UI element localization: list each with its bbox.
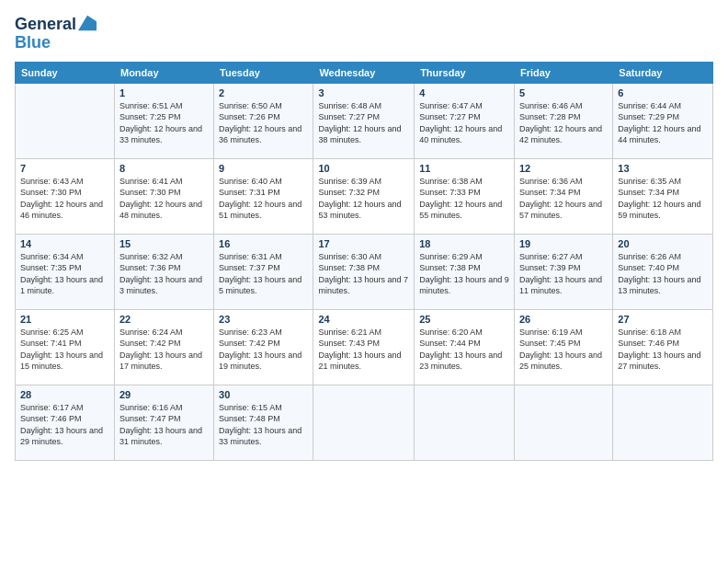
day-detail: Sunrise: 6:47 AMSunset: 7:27 PMDaylight:… bbox=[419, 100, 509, 146]
week-row-4: 21Sunrise: 6:25 AMSunset: 7:41 PMDayligh… bbox=[16, 309, 713, 385]
day-detail: Sunrise: 6:26 AMSunset: 7:40 PMDaylight:… bbox=[618, 251, 708, 297]
day-detail: Sunrise: 6:34 AMSunset: 7:35 PMDaylight:… bbox=[20, 251, 109, 297]
calendar-cell: 13Sunrise: 6:35 AMSunset: 7:34 PMDayligh… bbox=[613, 158, 713, 234]
day-number: 5 bbox=[519, 87, 608, 98]
calendar-cell: 22Sunrise: 6:24 AMSunset: 7:42 PMDayligh… bbox=[114, 309, 213, 385]
day-detail: Sunrise: 6:16 AMSunset: 7:47 PMDaylight:… bbox=[119, 402, 209, 448]
calendar-cell: 6Sunrise: 6:44 AMSunset: 7:29 PMDaylight… bbox=[613, 83, 713, 158]
logo-blue: Blue bbox=[15, 33, 51, 52]
header: General Blue bbox=[15, 15, 713, 52]
logo-text: General bbox=[15, 15, 76, 35]
day-number: 13 bbox=[618, 163, 708, 174]
calendar-cell: 30Sunrise: 6:15 AMSunset: 7:48 PMDayligh… bbox=[214, 385, 313, 460]
calendar-cell: 17Sunrise: 6:30 AMSunset: 7:38 PMDayligh… bbox=[313, 234, 415, 309]
day-detail: Sunrise: 6:38 AMSunset: 7:33 PMDaylight:… bbox=[419, 176, 509, 222]
calendar-cell: 29Sunrise: 6:16 AMSunset: 7:47 PMDayligh… bbox=[114, 385, 213, 460]
day-detail: Sunrise: 6:23 AMSunset: 7:42 PMDaylight:… bbox=[219, 327, 308, 373]
logo: General Blue bbox=[15, 15, 97, 52]
day-number: 25 bbox=[419, 314, 509, 325]
calendar-cell bbox=[313, 385, 415, 460]
logo-icon bbox=[78, 14, 97, 32]
day-number: 23 bbox=[219, 314, 308, 325]
calendar-cell: 18Sunrise: 6:29 AMSunset: 7:38 PMDayligh… bbox=[415, 234, 515, 309]
day-number: 11 bbox=[419, 163, 509, 174]
day-number: 22 bbox=[119, 314, 209, 325]
svg-marker-0 bbox=[78, 15, 97, 30]
calendar-cell: 2Sunrise: 6:50 AMSunset: 7:26 PMDaylight… bbox=[214, 83, 313, 158]
day-detail: Sunrise: 6:40 AMSunset: 7:31 PMDaylight:… bbox=[219, 176, 308, 222]
weekday-header-thursday: Thursday bbox=[415, 62, 515, 83]
week-row-5: 28Sunrise: 6:17 AMSunset: 7:46 PMDayligh… bbox=[16, 385, 713, 460]
day-detail: Sunrise: 6:18 AMSunset: 7:46 PMDaylight:… bbox=[618, 327, 708, 373]
day-detail: Sunrise: 6:50 AMSunset: 7:26 PMDaylight:… bbox=[219, 100, 308, 146]
calendar-cell: 25Sunrise: 6:20 AMSunset: 7:44 PMDayligh… bbox=[415, 309, 515, 385]
calendar-cell: 10Sunrise: 6:39 AMSunset: 7:32 PMDayligh… bbox=[313, 158, 415, 234]
day-number: 29 bbox=[119, 389, 209, 400]
day-detail: Sunrise: 6:36 AMSunset: 7:34 PMDaylight:… bbox=[519, 176, 608, 222]
day-number: 19 bbox=[519, 238, 608, 249]
day-number: 15 bbox=[119, 238, 209, 249]
weekday-header-tuesday: Tuesday bbox=[214, 62, 313, 83]
calendar-cell: 7Sunrise: 6:43 AMSunset: 7:30 PMDaylight… bbox=[16, 158, 115, 234]
calendar-cell: 4Sunrise: 6:47 AMSunset: 7:27 PMDaylight… bbox=[415, 83, 515, 158]
calendar-cell: 20Sunrise: 6:26 AMSunset: 7:40 PMDayligh… bbox=[613, 234, 713, 309]
day-number: 3 bbox=[318, 87, 409, 98]
day-number: 8 bbox=[119, 163, 209, 174]
day-detail: Sunrise: 6:20 AMSunset: 7:44 PMDaylight:… bbox=[419, 327, 509, 373]
day-number: 1 bbox=[119, 87, 209, 98]
calendar-cell: 5Sunrise: 6:46 AMSunset: 7:28 PMDaylight… bbox=[514, 83, 612, 158]
calendar-cell: 23Sunrise: 6:23 AMSunset: 7:42 PMDayligh… bbox=[214, 309, 313, 385]
day-number: 18 bbox=[419, 238, 509, 249]
calendar-cell bbox=[613, 385, 713, 460]
day-detail: Sunrise: 6:44 AMSunset: 7:29 PMDaylight:… bbox=[618, 100, 708, 146]
calendar-cell: 1Sunrise: 6:51 AMSunset: 7:25 PMDaylight… bbox=[114, 83, 213, 158]
weekday-header-monday: Monday bbox=[114, 62, 213, 83]
day-detail: Sunrise: 6:32 AMSunset: 7:36 PMDaylight:… bbox=[119, 251, 209, 297]
day-detail: Sunrise: 6:43 AMSunset: 7:30 PMDaylight:… bbox=[20, 176, 109, 222]
day-detail: Sunrise: 6:48 AMSunset: 7:27 PMDaylight:… bbox=[318, 100, 409, 146]
calendar-cell: 15Sunrise: 6:32 AMSunset: 7:36 PMDayligh… bbox=[114, 234, 213, 309]
day-detail: Sunrise: 6:15 AMSunset: 7:48 PMDaylight:… bbox=[219, 402, 308, 448]
calendar-cell: 12Sunrise: 6:36 AMSunset: 7:34 PMDayligh… bbox=[514, 158, 612, 234]
day-detail: Sunrise: 6:30 AMSunset: 7:38 PMDaylight:… bbox=[318, 251, 409, 297]
calendar-cell: 3Sunrise: 6:48 AMSunset: 7:27 PMDaylight… bbox=[313, 83, 415, 158]
weekday-header-row: SundayMondayTuesdayWednesdayThursdayFrid… bbox=[16, 62, 713, 83]
weekday-header-saturday: Saturday bbox=[613, 62, 713, 83]
day-number: 26 bbox=[519, 314, 608, 325]
calendar-cell: 8Sunrise: 6:41 AMSunset: 7:30 PMDaylight… bbox=[114, 158, 213, 234]
week-row-1: 1Sunrise: 6:51 AMSunset: 7:25 PMDaylight… bbox=[16, 83, 713, 158]
calendar-cell: 26Sunrise: 6:19 AMSunset: 7:45 PMDayligh… bbox=[514, 309, 612, 385]
weekday-header-friday: Friday bbox=[514, 62, 612, 83]
calendar-cell bbox=[16, 83, 115, 158]
calendar-table: SundayMondayTuesdayWednesdayThursdayFrid… bbox=[15, 62, 713, 461]
day-number: 10 bbox=[318, 163, 409, 174]
day-detail: Sunrise: 6:46 AMSunset: 7:28 PMDaylight:… bbox=[519, 100, 608, 146]
calendar-cell: 24Sunrise: 6:21 AMSunset: 7:43 PMDayligh… bbox=[313, 309, 415, 385]
day-detail: Sunrise: 6:19 AMSunset: 7:45 PMDaylight:… bbox=[519, 327, 608, 373]
main-container: General Blue SundayMondayTuesdayWednesda… bbox=[0, 0, 728, 470]
day-detail: Sunrise: 6:51 AMSunset: 7:25 PMDaylight:… bbox=[119, 100, 209, 146]
day-detail: Sunrise: 6:21 AMSunset: 7:43 PMDaylight:… bbox=[318, 327, 409, 373]
day-number: 28 bbox=[20, 389, 109, 400]
calendar-cell: 9Sunrise: 6:40 AMSunset: 7:31 PMDaylight… bbox=[214, 158, 313, 234]
calendar-cell: 14Sunrise: 6:34 AMSunset: 7:35 PMDayligh… bbox=[16, 234, 115, 309]
day-detail: Sunrise: 6:31 AMSunset: 7:37 PMDaylight:… bbox=[219, 251, 308, 297]
day-detail: Sunrise: 6:41 AMSunset: 7:30 PMDaylight:… bbox=[119, 176, 209, 222]
calendar-cell bbox=[415, 385, 515, 460]
day-detail: Sunrise: 6:17 AMSunset: 7:46 PMDaylight:… bbox=[20, 402, 109, 448]
calendar-cell: 28Sunrise: 6:17 AMSunset: 7:46 PMDayligh… bbox=[16, 385, 115, 460]
day-detail: Sunrise: 6:35 AMSunset: 7:34 PMDaylight:… bbox=[618, 176, 708, 222]
calendar-cell: 19Sunrise: 6:27 AMSunset: 7:39 PMDayligh… bbox=[514, 234, 612, 309]
calendar-cell bbox=[514, 385, 612, 460]
day-number: 30 bbox=[219, 389, 308, 400]
day-number: 9 bbox=[219, 163, 308, 174]
day-number: 2 bbox=[219, 87, 308, 98]
day-number: 14 bbox=[20, 238, 109, 249]
day-detail: Sunrise: 6:29 AMSunset: 7:38 PMDaylight:… bbox=[419, 251, 509, 297]
day-detail: Sunrise: 6:24 AMSunset: 7:42 PMDaylight:… bbox=[119, 327, 209, 373]
day-number: 17 bbox=[318, 238, 409, 249]
weekday-header-sunday: Sunday bbox=[16, 62, 115, 83]
day-number: 24 bbox=[318, 314, 409, 325]
day-number: 12 bbox=[519, 163, 608, 174]
day-detail: Sunrise: 6:25 AMSunset: 7:41 PMDaylight:… bbox=[20, 327, 109, 373]
